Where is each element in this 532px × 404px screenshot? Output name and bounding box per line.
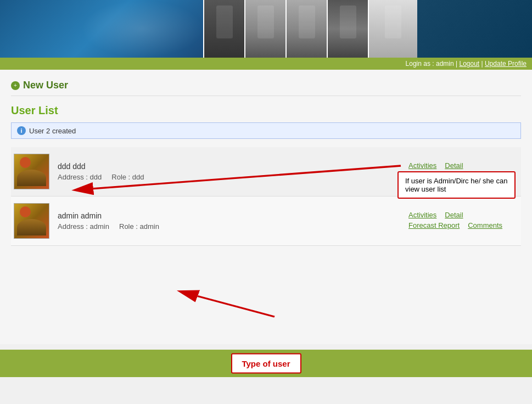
footer: Type of user [0,350,532,377]
info-icon: i [17,126,26,135]
user-avatar-1 [14,154,49,189]
banner-photo-1 [203,0,244,58]
header-banner [0,0,532,58]
main-content: + New User User List i User 2 created dd… [0,70,532,344]
detail-link-1[interactable]: Detail [445,161,463,170]
user-meta-1: Address : ddd Role : ddd [58,173,408,181]
banner-photo-3 [285,0,327,58]
login-text: Login as : admin [406,60,454,68]
annotation-type-of-user-box: Type of user [231,354,301,374]
user-name-1: ddd ddd [58,162,408,171]
user-list-title: User List [11,104,58,117]
banner-photos [203,0,417,58]
activities-link-1[interactable]: Activities [408,161,436,170]
top-nav: Login as : admin | Logout | Update Profi… [0,58,532,70]
banner-photo-2 [244,0,285,58]
detail-link-2[interactable]: Detail [445,211,463,219]
svg-line-2 [198,296,275,317]
footer-inner: Type of user [0,350,532,377]
update-profile-link[interactable]: Update Profile [485,60,527,68]
new-user-bar: + New User [11,75,521,96]
user-row-2: admin admin Address : admin Role : admin… [11,197,521,246]
annotation-type-of-user-text: Type of user [242,359,290,368]
comments-link-2[interactable]: Comments [468,221,502,229]
new-user-link[interactable]: New User [23,80,68,91]
spacer [11,246,521,290]
info-message: User 2 created [29,127,76,135]
banner-photo-5 [368,0,417,58]
logout-link[interactable]: Logout [459,60,479,68]
info-bar: i User 2 created [11,122,521,139]
banner-photo-4 [327,0,368,58]
banner-blue [0,0,203,58]
user-meta-2: Address : admin Role : admin [58,222,408,231]
user-info-1: ddd ddd Address : ddd Role : ddd [58,162,408,181]
user-actions-row-2a: Activities Detail [408,211,463,219]
forecast-report-link-2[interactable]: Forecast Report [408,221,460,229]
user-avatar-2 [14,203,49,239]
user-actions-row-2b: Forecast Report Comments [408,221,502,229]
user-actions-row-1a: Activities Detail [408,161,463,170]
user-actions-2: Activities Detail Forecast Report Commen… [408,211,518,232]
page-wrapper: Login as : admin | Logout | Update Profi… [0,0,532,377]
user-list-heading: User List [11,104,521,117]
user-info-2: admin admin Address : admin Role : admin [58,211,408,231]
user-name-2: admin admin [58,211,408,220]
annotation-admin-text: If user is Admin/Dirc he/ she can view u… [405,177,507,193]
new-user-icon: + [11,81,20,90]
activities-link-2[interactable]: Activities [408,211,436,219]
annotation-admin-box: If user is Admin/Dirc he/ she can view u… [397,171,516,199]
